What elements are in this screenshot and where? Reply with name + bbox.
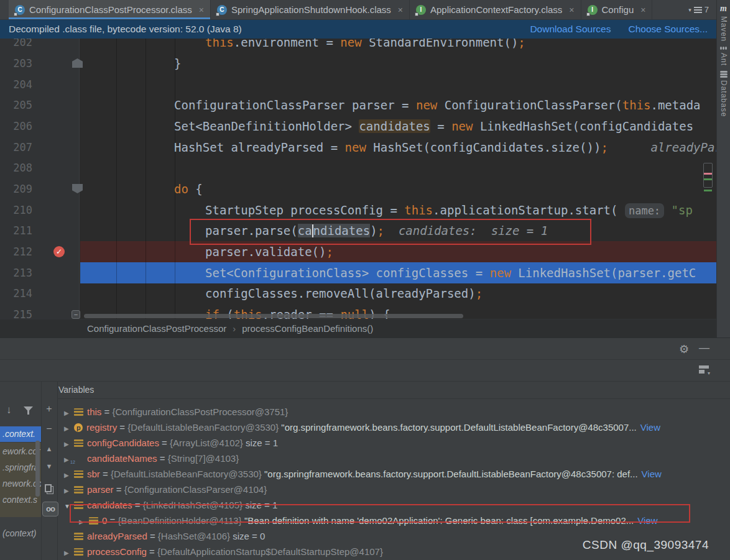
stack-frame-item[interactable]: (context) bbox=[0, 526, 41, 541]
duplicate-watch-icon[interactable] bbox=[45, 484, 52, 492]
stack-frame-item[interactable]: .context. bbox=[0, 426, 41, 442]
interface-file-icon: I bbox=[416, 5, 426, 15]
minimize-icon[interactable]: — bbox=[699, 342, 709, 354]
chevron-right-icon[interactable]: ▶ bbox=[64, 545, 73, 559]
variable-string-value: "org.springframework.beans.factory.suppo… bbox=[281, 422, 636, 433]
layout-settings-icon[interactable]: ▾ bbox=[699, 365, 709, 374]
variable-icon bbox=[74, 486, 83, 493]
variable-row[interactable]: ▶candidateNames = {String[7]@4103} bbox=[57, 451, 730, 466]
view-link[interactable]: View bbox=[640, 422, 660, 433]
remove-watch-button[interactable]: − bbox=[41, 423, 57, 434]
variable-row[interactable]: ▶this = {ConfigurationClassPostProcessor… bbox=[57, 404, 730, 420]
code-line[interactable]: configClasses.removeAll(alreadyParsed); bbox=[205, 283, 483, 304]
breadcrumb-method[interactable]: processConfigBeanDefinitions() bbox=[242, 323, 373, 334]
variable-row[interactable]: ▶parser = {ConfigurationClassParser@4104… bbox=[57, 482, 730, 497]
editor-tab-bar: CConfigurationClassPostProcessor.class×C… bbox=[0, 0, 716, 20]
variable-string-value: "org.springframework.beans.factory.suppo… bbox=[264, 469, 638, 479]
line-number: 208 bbox=[0, 157, 32, 178]
tab-label: Configu bbox=[602, 4, 634, 15]
variable-row[interactable]: ▶registry = {DefaultListableBeanFactory@… bbox=[57, 420, 730, 435]
show-watches-toggle[interactable]: oo bbox=[42, 502, 58, 516]
add-watch-button[interactable]: + bbox=[41, 403, 57, 415]
line-number: 209 bbox=[0, 178, 32, 200]
equals-separator: = bbox=[157, 453, 168, 464]
variable-reference: {String[7]@4103} bbox=[168, 453, 239, 464]
code-line[interactable]: Set<ConfigurationClass> configClasses = … bbox=[205, 262, 696, 283]
chevron-right-icon[interactable]: ▶ bbox=[64, 436, 73, 451]
sort-frames-icon[interactable]: ↓ bbox=[6, 404, 12, 416]
line-number: 205 bbox=[0, 94, 32, 116]
chevron-right-icon[interactable]: ▶ bbox=[64, 405, 73, 420]
collection-size: size = 1 bbox=[246, 438, 278, 448]
filter-icon[interactable] bbox=[24, 406, 33, 415]
collapse-fold-icon[interactable]: − bbox=[72, 310, 80, 319]
code-line[interactable]: do { bbox=[174, 178, 203, 200]
annotation-box-bean-definition bbox=[70, 504, 690, 523]
close-icon[interactable]: × bbox=[569, 5, 574, 15]
tab-list-icon bbox=[694, 7, 702, 13]
move-down-button[interactable]: ▼ bbox=[41, 462, 57, 470]
class-file-icon: C bbox=[217, 5, 227, 15]
editor-tab[interactable]: CConfigurationClassPostProcessor.class× bbox=[9, 0, 211, 19]
indent-guide bbox=[146, 39, 146, 319]
download-sources-link[interactable]: Download Sources bbox=[530, 24, 611, 35]
frames-scrollbar[interactable] bbox=[35, 441, 40, 497]
variable-reference: {ConfigurationClassParser@4104} bbox=[124, 484, 267, 495]
variable-name: processConfig bbox=[87, 546, 147, 557]
variable-name: parser bbox=[87, 484, 114, 495]
breadcrumb-class[interactable]: ConfigurationClassPostProcessor bbox=[87, 323, 226, 334]
line-number: 213 bbox=[0, 262, 32, 283]
gear-icon[interactable]: ⚙ bbox=[679, 342, 689, 356]
horizontal-scrollbar[interactable] bbox=[84, 314, 463, 318]
tool-button-ant[interactable]: Ant bbox=[719, 47, 728, 66]
breakpoint-icon[interactable]: ✓ bbox=[53, 246, 65, 257]
array-icon bbox=[74, 455, 83, 462]
code-line[interactable]: this.environment = new StandardEnvironme… bbox=[205, 39, 525, 53]
code-line[interactable]: StartupStep processConfig = this.applica… bbox=[205, 200, 693, 221]
close-icon[interactable]: × bbox=[199, 5, 204, 15]
breadcrumb: ConfigurationClassPostProcessor › proces… bbox=[0, 319, 716, 337]
tab-label: ConfigurationClassPostProcessor.class bbox=[29, 4, 192, 15]
collection-size: size = 0 bbox=[233, 531, 265, 541]
code-editor[interactable]: 202this.environment = new StandardEnviro… bbox=[0, 39, 716, 319]
editor-tab[interactable]: CSpringApplicationShutdownHook.class× bbox=[211, 0, 410, 19]
code-line[interactable]: Set<BeanDefinitionHolder> candidates = n… bbox=[174, 116, 693, 137]
code-line[interactable]: HashSet alreadyParsed = new HashSet(conf… bbox=[174, 137, 716, 158]
code-line[interactable]: ConfigurationClassParser parser = new Co… bbox=[174, 94, 701, 116]
error-stripe-mark bbox=[704, 190, 712, 191]
choose-sources-link[interactable]: Choose Sources... bbox=[628, 24, 708, 35]
equals-separator: = bbox=[147, 531, 158, 541]
line-number: 204 bbox=[0, 74, 32, 95]
chevron-right-icon[interactable]: ▶ bbox=[64, 483, 73, 497]
variable-reference: {ArrayList@4102} bbox=[170, 438, 246, 448]
line-number: 214 bbox=[0, 283, 32, 304]
view-link[interactable]: View bbox=[642, 469, 662, 479]
tool-button-database[interactable]: Database bbox=[719, 71, 728, 117]
chevron-right-icon[interactable]: ▶ bbox=[64, 421, 73, 435]
right-tool-window-stripe: m Maven Ant Database bbox=[716, 0, 730, 337]
variable-row[interactable]: ▶sbr = {DefaultListableBeanFactory@3530}… bbox=[57, 466, 730, 482]
editor-tab[interactable]: IApplicationContextFactory.class× bbox=[410, 0, 581, 19]
line-number: 202 bbox=[0, 39, 32, 53]
hidden-tabs-button[interactable]: ▾ 7 bbox=[681, 0, 716, 19]
close-icon[interactable]: × bbox=[640, 5, 645, 15]
tool-button-maven[interactable]: m Maven bbox=[719, 4, 728, 42]
vertical-scrollbar-thumb[interactable] bbox=[703, 163, 713, 188]
move-up-button[interactable]: ▲ bbox=[41, 445, 57, 452]
close-icon[interactable]: × bbox=[398, 5, 403, 15]
equals-separator: = bbox=[147, 546, 157, 557]
variable-icon bbox=[74, 548, 83, 556]
annotation-box-parse-line bbox=[190, 219, 591, 245]
line-number: 215 bbox=[0, 304, 32, 319]
chevron-right-icon[interactable]: ▶ bbox=[64, 467, 73, 482]
variable-reference: {HashSet@4106} bbox=[158, 531, 233, 541]
variable-icon bbox=[74, 408, 83, 416]
variable-row[interactable]: ▶configCandidates = {ArrayList@4102} siz… bbox=[57, 435, 730, 451]
maven-icon: m bbox=[720, 4, 727, 14]
code-line[interactable]: } bbox=[174, 53, 181, 74]
variable-name: sbr bbox=[87, 469, 100, 479]
tab-variables[interactable]: Variables bbox=[58, 385, 94, 395]
variable-reference: {ConfigurationClassPostProcessor@3751} bbox=[112, 406, 288, 417]
editor-tab[interactable]: IConfigu× bbox=[581, 0, 653, 19]
variable-name: this bbox=[87, 406, 101, 417]
